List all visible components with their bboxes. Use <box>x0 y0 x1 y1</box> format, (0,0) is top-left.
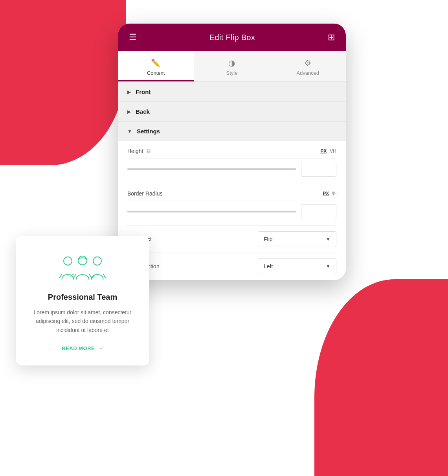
height-slider-fill <box>127 168 254 170</box>
flip-effect-arrow-icon: ▼ <box>326 236 330 242</box>
svg-line-4 <box>73 274 76 279</box>
edit-panel: ☰ Edit Flip Box ⊞ ✏️ Content ◑ Style ⚙ A… <box>118 24 346 280</box>
blob-bottom-right <box>314 279 448 476</box>
grid-icon[interactable]: ⊞ <box>328 32 335 42</box>
team-icon <box>59 252 106 283</box>
card-title: Professional Team <box>28 293 138 302</box>
section-settings[interactable]: ▼ Settings <box>118 121 346 141</box>
tabs-bar: ✏️ Content ◑ Style ⚙ Advanced <box>118 51 346 82</box>
border-radius-unit-px[interactable]: PX <box>323 191 329 196</box>
border-radius-unit-percent[interactable]: % <box>332 191 336 196</box>
card-text: Lorem ipsum dolor sit amet, consectetur … <box>28 308 138 334</box>
flip-direction-arrow-icon: ▼ <box>326 264 330 269</box>
read-more-button[interactable]: READ MORE → <box>28 345 138 351</box>
tab-style[interactable]: ◑ Style <box>194 51 270 81</box>
panel-content: ▶ Front ▶ Back ▼ Settings Height 🖥 PX V <box>118 82 346 280</box>
settings-content: Height 🖥 PX VH Border Radius <box>118 141 346 280</box>
style-tab-icon: ◑ <box>228 58 235 68</box>
tab-content[interactable]: ✏️ Content <box>118 51 194 81</box>
card-icon-area <box>28 252 138 283</box>
svg-line-8 <box>103 274 106 278</box>
content-tab-icon: ✏️ <box>151 58 161 68</box>
monitor-icon: 🖥 <box>146 148 152 154</box>
style-tab-label: Style <box>226 70 238 76</box>
flip-effect-value: Flip <box>264 236 273 242</box>
border-radius-input[interactable] <box>301 204 336 219</box>
section-back[interactable]: ▶ Back <box>118 101 346 121</box>
panel-header: ☰ Edit Flip Box ⊞ <box>118 24 346 51</box>
hamburger-icon[interactable]: ☰ <box>129 32 137 42</box>
border-radius-slider-fill <box>127 211 254 212</box>
height-input[interactable] <box>301 162 336 177</box>
height-label: Height 🖥 <box>127 148 152 154</box>
advanced-tab-label: Advanced <box>296 70 319 76</box>
flip-effect-select[interactable]: Flip ▼ <box>258 231 336 247</box>
read-more-label: READ MORE <box>62 345 95 351</box>
svg-point-3 <box>78 256 87 265</box>
svg-line-1 <box>60 274 62 278</box>
height-slider-row <box>127 159 336 183</box>
border-radius-unit-controls: PX % <box>323 191 336 196</box>
settings-arrow-icon: ▼ <box>127 129 132 134</box>
svg-point-0 <box>64 257 72 265</box>
border-radius-slider-row <box>127 201 336 226</box>
border-radius-label: Border Radius <box>127 190 163 197</box>
flip-effect-row: Flip Effect Flip ▼ <box>127 226 336 253</box>
preview-card: Professional Team Lorem ipsum dolor sit … <box>16 236 149 365</box>
height-unit-px[interactable]: PX <box>320 148 327 154</box>
height-slider-track[interactable] <box>127 168 296 170</box>
border-radius-field-row: Border Radius PX % <box>127 183 336 201</box>
flip-direction-select[interactable]: Left ▼ <box>258 258 336 274</box>
height-unit-controls: PX VH <box>320 148 336 154</box>
tab-advanced[interactable]: ⚙ Advanced <box>270 51 346 81</box>
content-tab-label: Content <box>147 70 165 76</box>
flip-direction-row: Flip Direction Left ▼ <box>127 253 336 280</box>
settings-section-title: Settings <box>137 128 160 135</box>
height-field-row: Height 🖥 PX VH <box>127 141 336 159</box>
flip-direction-value: Left <box>264 263 273 269</box>
blob-top-left <box>0 0 126 165</box>
front-section-title: Front <box>136 89 151 95</box>
advanced-tab-icon: ⚙ <box>304 58 311 68</box>
front-arrow-icon: ▶ <box>127 89 131 95</box>
height-unit-vh[interactable]: VH <box>330 148 336 154</box>
border-radius-slider-track[interactable] <box>127 211 296 212</box>
back-section-title: Back <box>136 108 150 115</box>
svg-point-6 <box>93 257 101 265</box>
section-front[interactable]: ▶ Front <box>118 82 346 101</box>
panel-title: Edit Flip Box <box>209 33 255 42</box>
read-more-arrow-icon: → <box>98 345 103 351</box>
back-arrow-icon: ▶ <box>127 109 131 114</box>
